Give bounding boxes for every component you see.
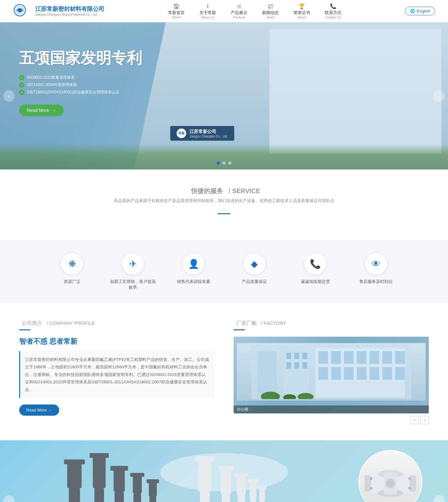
factory-img-inner: 办公楼 (234, 337, 429, 413)
service-icon-4: 📞 (304, 253, 326, 275)
logo-en-text: Jiangsu Changxin Airproof Material Co., … (35, 13, 104, 16)
service-label-4: 诚诚地按期交货 (301, 279, 330, 285)
svg-rect-62 (250, 482, 257, 498)
factory-next-button[interactable]: › (420, 416, 429, 424)
company-read-more-button[interactable]: Read More → (19, 404, 59, 416)
factory-label: 办公楼 (234, 405, 429, 413)
service-icon-1: ✈ (122, 253, 144, 275)
products-small-svg (304, 491, 368, 502)
products-icon: ⊞ (237, 3, 241, 9)
service-divider (218, 213, 230, 214)
logo[interactable]: 江苏常新密封材料有限公司 Jiangsu Changxin Airproof M… (13, 3, 104, 19)
language-button[interactable]: 🌐 English (405, 7, 435, 15)
hero-next-button[interactable]: › (433, 90, 445, 102)
nav-honor-cn: 荣誉证书 (293, 10, 310, 16)
globe-icon: 🌐 (410, 9, 415, 13)
service-label-5: 售后服务及时到位 (359, 279, 393, 285)
svg-point-2 (18, 8, 22, 12)
svg-point-77 (370, 487, 372, 490)
lang-label: English (417, 9, 430, 13)
hero-check-1: ✓ ISO9001:2015质量管理体系 (19, 75, 142, 80)
svg-rect-43 (133, 475, 142, 493)
svg-rect-36 (90, 453, 109, 458)
service-section: 快捷的服务 / SERVICE 高品质的产品来源于有效的生产及品质管理和控制体系… (0, 169, 448, 240)
svg-rect-45 (133, 493, 141, 502)
nav-about-cn: 关于常新 (199, 10, 216, 16)
nav-honor-en: Honor (298, 16, 306, 19)
factory-divider (234, 329, 245, 330)
svg-rect-39 (114, 469, 125, 491)
hero-dot-2[interactable] (222, 161, 226, 165)
factory-navigation: ‹ › (234, 416, 429, 424)
hero-dot-1[interactable] (217, 161, 220, 165)
hero-check-3: ✓ GB/T28001(OHSAS18001)职业健康安全管理体系认证 (19, 90, 142, 95)
service-icon-2: 👤 (182, 253, 205, 275)
products-next-button[interactable]: › (433, 495, 445, 502)
service-subtitle: 高品质的产品来源于有效的生产及品质管理和控制体系，我们先进的生产设备、优秀的工程… (19, 198, 429, 204)
svg-rect-35 (93, 456, 106, 488)
service-label-3: 产品质量保证 (242, 279, 267, 285)
hero-dot-3[interactable] (228, 161, 231, 165)
svg-rect-59 (235, 473, 248, 477)
hero-content: 五项国家发明专利 ✓ ISO9001:2015质量管理体系 ✓ ISO14001… (19, 48, 142, 116)
products-banner: ‹ › (0, 440, 448, 502)
company-divider (19, 329, 30, 330)
about-icon: ℹ (207, 3, 209, 9)
nav-home-en: Home (172, 16, 181, 19)
svg-point-76 (370, 477, 372, 480)
svg-rect-31 (64, 459, 85, 464)
service-title: 快捷的服务 / SERVICE (19, 185, 429, 195)
service-icon-0: ❋ (61, 253, 83, 275)
factory-prev-button[interactable]: ‹ (411, 416, 419, 424)
nav-news[interactable]: 📰 新闻动态 News (256, 3, 284, 19)
hero-banner: 常新 江苏常新公司 Jiangsu Changxin Co., Ltd. 五项国… (0, 22, 448, 169)
svg-point-79 (408, 487, 411, 490)
honor-icon: 🏆 (299, 3, 305, 9)
svg-rect-60 (237, 495, 245, 502)
service-card-2: 👤 销售代表训练有素 (170, 253, 218, 290)
nav-contact-cn: 联系方式 (325, 10, 341, 16)
service-cards: ❋ 资源广泛 ✈ 创新工艺帮助，客户提高效率 👤 销售代表训练有素 ◆ 产品质量… (0, 240, 448, 303)
hero-company-sign: 常新 江苏常新公司 Jiangsu Changxin Co., Ltd. (170, 126, 234, 141)
svg-rect-54 (221, 469, 231, 495)
factory-section: 厂容厂貌 / FACTORY (234, 319, 429, 424)
sign-en: Jiangsu Changxin Co., Ltd. (189, 135, 228, 138)
company-title: 公司简介 / COMPANY PROFILE (19, 319, 214, 327)
logo-icon (13, 3, 32, 19)
main-nav: 🏠 常新首页 Home ℹ 关于常新 About Us ⊞ 产品展示 Produ… (162, 3, 347, 19)
nav-home[interactable]: 🏠 常新首页 Home (162, 3, 190, 19)
nav-products[interactable]: ⊞ 产品展示 Products (225, 3, 253, 19)
svg-rect-56 (222, 495, 230, 502)
check-icon-2: ✓ (19, 82, 24, 88)
svg-rect-58 (237, 475, 246, 495)
hero-checklist: ✓ ISO9001:2015质量管理体系 ✓ ISO14001:2004环境管理… (19, 75, 142, 95)
service-card-5: 👁 售后服务及时到位 (352, 253, 400, 290)
nav-products-cn: 产品展示 (231, 10, 247, 16)
nav-home-cn: 常新首页 (168, 10, 185, 16)
svg-rect-37 (94, 488, 104, 502)
service-label-0: 资源广泛 (64, 279, 80, 285)
company-slogan: 智者不惑 思者常新 (19, 337, 214, 346)
svg-rect-50 (198, 459, 211, 491)
svg-rect-67 (258, 486, 267, 489)
service-icon-5: 👁 (365, 253, 387, 275)
nav-about[interactable]: ℹ 关于常新 About Us (194, 3, 222, 19)
sign-cn: 江苏常新公司 (189, 129, 228, 135)
hero-dots (217, 161, 231, 165)
nav-contact[interactable]: 📞 联系方式 Contact Us (319, 3, 347, 19)
svg-rect-40 (110, 466, 128, 471)
mid-section: 公司简介 / COMPANY PROFILE 智者不惑 思者常新 江苏常新密封材… (0, 303, 448, 440)
svg-rect-63 (248, 479, 259, 483)
hero-prev-button[interactable]: ‹ (3, 90, 15, 102)
sign-logo: 常新 (177, 129, 186, 138)
nav-honor[interactable]: 🏆 荣誉证书 Honor (288, 3, 316, 19)
nav-news-cn: 新闻动态 (262, 10, 279, 16)
products-prev-button[interactable]: ‹ (3, 495, 15, 502)
service-label-2: 销售代表训练有素 (177, 279, 210, 285)
hero-title: 五项国家发明专利 (19, 48, 142, 68)
hero-check-2: ✓ ISO14001:2004环境管理体系 (19, 82, 142, 88)
check-icon-3: ✓ (19, 90, 24, 95)
hero-read-more-button[interactable]: Read More → (19, 105, 64, 116)
product-circle (358, 450, 422, 502)
factory-image: 办公楼 (234, 337, 429, 413)
